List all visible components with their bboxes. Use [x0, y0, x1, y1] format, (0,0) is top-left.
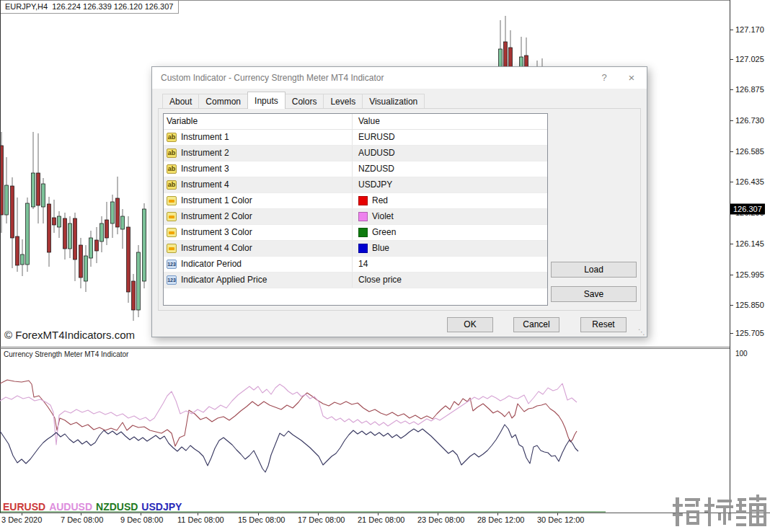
value-cell[interactable]: 14 — [353, 257, 547, 272]
legend-item-eurusd: EURUSD — [3, 501, 45, 513]
indicator-settings-dialog: Custom Indicator - Currency Strength Met… — [151, 66, 647, 337]
time-axis-tick — [198, 513, 198, 515]
input-row-instrument-4-color[interactable]: Instrument 4 ColorBlue — [164, 241, 547, 257]
ok-button[interactable]: OK — [447, 317, 493, 332]
time-axis-tick — [378, 513, 379, 515]
panel-splitter-top[interactable] — [0, 347, 730, 347]
variable-name: Instrument 4 Color — [181, 241, 252, 256]
price-axis-label: 126.145 — [735, 239, 764, 248]
time-axis-tick — [557, 513, 558, 515]
variable-name: Indicator Applied Price — [181, 272, 267, 288]
variable-name: Instrument 2 Color — [181, 209, 252, 224]
value-cell[interactable]: AUDUSD — [353, 146, 547, 161]
price-axis-tick — [730, 275, 733, 275]
color-swatch[interactable] — [358, 212, 368, 221]
text-parameter-icon: ab — [167, 180, 177, 190]
text-parameter-icon: ab — [167, 164, 177, 174]
tab-about[interactable]: About — [162, 94, 199, 109]
input-row-instrument-1-color[interactable]: Instrument 1 ColorRed — [164, 193, 547, 209]
value-text: Green — [372, 225, 396, 240]
price-axis-tick — [730, 182, 733, 182]
price-axis-label: 125.995 — [735, 270, 764, 279]
price-axis-tick — [730, 120, 733, 121]
value-text: Red — [372, 193, 388, 208]
legend-item-usdjpy: USDJPY — [141, 501, 182, 513]
price-axis-label: 125.705 — [735, 329, 764, 337]
input-row-instrument-2[interactable]: abInstrument 2AUDUSD — [164, 146, 547, 161]
variable-cell: Instrument 2 Color — [164, 209, 353, 224]
dialog-help-button[interactable]: ? — [592, 67, 616, 89]
price-axis-tick — [730, 333, 733, 334]
tab-common[interactable]: Common — [198, 94, 248, 109]
value-text: 14 — [358, 257, 368, 272]
value-text: Close price — [358, 272, 402, 288]
variable-name: Instrument 1 — [181, 130, 229, 145]
time-axis-label: 28 Dec 12:00 — [477, 515, 524, 524]
column-header-value: Value — [353, 114, 547, 129]
price-axis-label: 126.585 — [735, 147, 764, 156]
variable-name: Indicator Period — [181, 257, 242, 272]
tab-inputs[interactable]: Inputs — [247, 92, 286, 109]
price-axis-tick — [730, 244, 733, 244]
value-text: Violet — [372, 209, 394, 224]
value-cell[interactable]: Close price — [353, 272, 547, 288]
color-swatch[interactable] — [358, 244, 368, 253]
numeric-parameter-icon: 123 — [167, 275, 177, 285]
variable-cell: abInstrument 1 — [164, 130, 353, 145]
time-axis-tick — [22, 513, 22, 515]
input-row-instrument-2-color[interactable]: Instrument 2 ColorViolet — [164, 209, 547, 225]
price-axis-line — [730, 0, 730, 513]
time-axis-label: 17 Dec 08:00 — [298, 515, 345, 524]
color-parameter-icon — [167, 196, 177, 205]
input-row-instrument-4[interactable]: abInstrument 4USDJPY — [164, 177, 547, 193]
variable-cell: Instrument 1 Color — [164, 193, 353, 208]
dialog-resize-grip[interactable]: ⋱ — [638, 328, 645, 336]
column-header-variable: Variable — [164, 114, 353, 129]
mt4-chart-window: EURJPY,H4 126.224 126.339 126.120 126.30… — [0, 0, 770, 532]
tab-colors[interactable]: Colors — [285, 94, 324, 109]
color-swatch[interactable] — [358, 228, 368, 237]
value-cell[interactable]: NZDUSD — [353, 161, 547, 177]
time-axis-label: 15 Dec 08:00 — [238, 515, 285, 524]
ohlc-info-box: EURJPY,H4 126.224 126.339 126.120 126.30… — [0, 0, 179, 14]
time-axis-tick — [318, 513, 319, 515]
current-price-tag: 126.307 — [730, 204, 765, 215]
dialog-close-button[interactable]: × — [619, 67, 644, 89]
variable-cell: abInstrument 4 — [164, 177, 353, 192]
value-cell[interactable]: Violet — [353, 209, 547, 224]
value-cell[interactable]: EURUSD — [353, 130, 547, 145]
input-row-instrument-1[interactable]: abInstrument 1EURUSD — [164, 130, 547, 146]
variable-cell: 123Indicator Applied Price — [164, 272, 353, 288]
value-cell[interactable]: Blue — [353, 241, 547, 256]
load-button[interactable]: Load — [551, 262, 637, 278]
save-button[interactable]: Save — [551, 286, 637, 302]
time-axis-label: 9 Dec 08:00 — [120, 515, 163, 524]
variable-name: Instrument 3 Color — [181, 225, 252, 240]
input-row-instrument-3-color[interactable]: Instrument 3 ColorGreen — [164, 225, 547, 241]
legend-item-audusd: AUDUSD — [49, 501, 92, 513]
value-text: AUDUSD — [358, 146, 395, 161]
time-axis-label: 30 Dec 12:00 — [537, 515, 584, 524]
reset-button[interactable]: Reset — [580, 317, 627, 332]
legend-item-nzdusd: NZDUSD — [96, 501, 138, 513]
cancel-button[interactable]: Cancel — [513, 317, 559, 332]
value-cell[interactable]: Red — [353, 193, 547, 208]
price-axis-tick — [730, 89, 733, 90]
tab-levels[interactable]: Levels — [323, 94, 363, 109]
value-text: EURUSD — [358, 130, 395, 145]
tab-visualization[interactable]: Visualization — [362, 94, 425, 109]
input-row-indicator-applied-price[interactable]: 123Indicator Applied PriceClose price — [164, 272, 547, 288]
dialog-titlebar[interactable]: Custom Indicator - Currency Strength Met… — [152, 67, 647, 89]
value-cell[interactable]: Green — [353, 225, 547, 240]
variable-name: Instrument 1 Color — [181, 193, 252, 208]
indicator-name-label: Currency Strength Meter MT4 Indicator — [4, 350, 128, 358]
color-swatch[interactable] — [358, 196, 368, 205]
time-axis-tick — [141, 513, 141, 515]
variable-name: Instrument 4 — [181, 177, 229, 192]
input-row-indicator-period[interactable]: 123Indicator Period14 — [164, 257, 547, 272]
price-axis-tick — [730, 305, 733, 306]
ohlc-text: EURJPY,H4 126.224 126.339 126.120 126.30… — [5, 2, 173, 11]
time-axis-label: 21 Dec 08:00 — [358, 515, 404, 524]
input-row-instrument-3[interactable]: abInstrument 3NZDUSD — [164, 161, 547, 177]
value-cell[interactable]: USDJPY — [353, 177, 547, 192]
